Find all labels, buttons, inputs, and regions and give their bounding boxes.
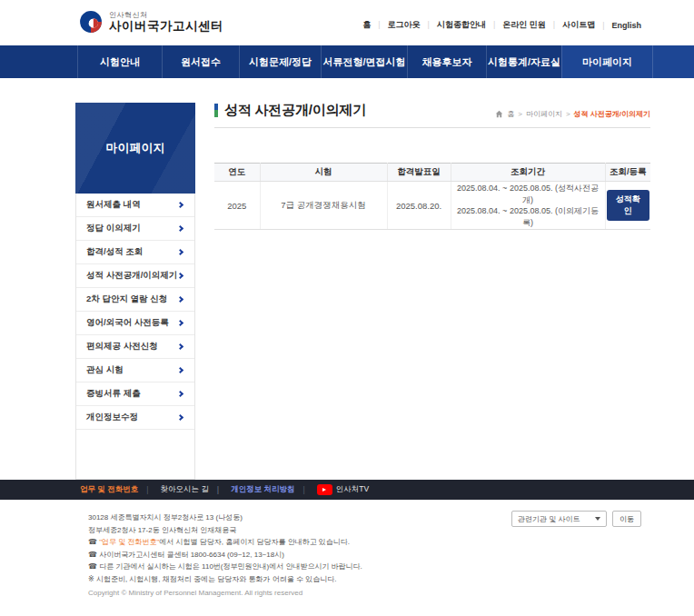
- footbar-link-insacheo-tv[interactable]: 인사처TV: [295, 484, 370, 495]
- top-header: 인사혁신처 사이버국가고시센터 홈 로그아웃 시험종합안내 온라인 민원 사이트…: [0, 0, 694, 45]
- utility-sitemap[interactable]: 사이트맵: [546, 19, 595, 31]
- col-year: 연도: [214, 164, 260, 182]
- sidebar-item-label: 원서제출 내역: [86, 199, 141, 211]
- sidebar-item-label: 편의제공 사전신청: [86, 341, 158, 353]
- ministry-name: 인사혁신처: [109, 11, 223, 19]
- utility-logout[interactable]: 로그아웃: [371, 19, 420, 31]
- chevron-right-icon: [177, 225, 183, 232]
- sidebar-item-document-submission[interactable]: 증빙서류 제출: [76, 383, 194, 406]
- nav-application[interactable]: 원서접수: [162, 45, 239, 78]
- content-body: 마이페이지 원서제출 내역 정답 이의제기 합격/성적 조회 성적 사전공개/이…: [0, 78, 694, 480]
- site-name: 사이버국가고시센터: [109, 19, 223, 34]
- sidebar-menu: 원서제출 내역 정답 이의제기 합격/성적 조회 성적 사전공개/이의제기 2차…: [75, 194, 195, 480]
- chevron-right-icon: [177, 249, 183, 255]
- cell-announce-date: 2025.08.20.: [387, 182, 451, 230]
- sidebar-item-answer-sheet-view[interactable]: 2차 답안지 열람 신청: [76, 288, 194, 312]
- main-content: 성적 사전공개/이의제기 홈 마이페이지 성적 사전공개/이의제기: [214, 102, 650, 230]
- footbar-link-privacy-policy[interactable]: 개인정보 처리방침: [209, 484, 295, 495]
- home-icon[interactable]: [495, 110, 503, 118]
- chevron-right-icon: [177, 273, 183, 279]
- chevron-right-icon: [177, 343, 183, 350]
- cell-year: 2025: [214, 182, 260, 230]
- youtube-icon: [317, 484, 332, 495]
- period-line-1: 2025.08.04. ~ 2025.08.05. (성적사전공개): [452, 183, 604, 205]
- global-nav: 시험안내 원서접수 시험문제/정답 서류전형/면접시험 채용후보자 시험통계/자…: [0, 45, 694, 78]
- footer-right-tools: 관련기관 및 사이트 이동: [511, 511, 641, 527]
- cell-exam: 7급 공개경쟁채용시험: [260, 182, 387, 230]
- sidebar-item-score-predisclosure[interactable]: 성적 사전공개/이의제기: [76, 264, 194, 288]
- col-exam: 시험: [260, 164, 387, 182]
- utility-menu: 홈 로그아웃 시험종합안내 온라인 민원 사이트맵 English: [362, 19, 641, 31]
- footbar-link-phone-directory[interactable]: 업무 및 전화번호: [80, 484, 138, 495]
- sidebar-item-language-preregistration[interactable]: 영어/외국어 사전등록: [76, 312, 194, 335]
- col-inquiry-period: 조회기간: [451, 164, 605, 182]
- score-check-button[interactable]: 성적확인: [607, 190, 650, 221]
- footbar-tv-label: 인사처TV: [336, 484, 369, 495]
- sidebar-item-label: 합격/성적 조회: [86, 246, 143, 258]
- sidebar-item-label: 관심 시험: [86, 364, 124, 376]
- site-logo[interactable]: 인사혁신처 사이버국가고시센터: [78, 9, 223, 35]
- chevron-right-icon: [177, 367, 183, 373]
- table-header-row: 연도 시험 합격발표일 조회기간 조회/등록: [214, 164, 650, 182]
- chevron-right-icon: [177, 202, 183, 208]
- footer-other-org: ☎ 다른 기관에서 실시하는 시험은 110번(정부민원안내)에서 안내받으시기…: [88, 561, 694, 573]
- page: 인사혁신처 사이버국가고시센터 홈 로그아웃 시험종합안내 온라인 민원 사이트…: [0, 0, 694, 616]
- chevron-right-icon: [177, 296, 183, 303]
- breadcrumb: 홈 마이페이지 성적 사전공개/이의제기: [495, 109, 650, 119]
- sidebar-item-application-history[interactable]: 원서제출 내역: [76, 194, 194, 217]
- sidebar: 마이페이지 원서제출 내역 정답 이의제기 합격/성적 조회 성적 사전공개/이…: [75, 103, 195, 480]
- page-footer: 30128 세종특별자치시 정부2청사로 13 (나성동) 정부세종2청사 17…: [0, 500, 694, 616]
- sidebar-item-accommodation-request[interactable]: 편의제공 사전신청: [76, 335, 194, 359]
- footbar-link-directions[interactable]: 찾아오시는 길: [138, 484, 209, 495]
- nav-left-pad: [0, 45, 77, 78]
- period-line-2: 2025.08.04. ~ 2025.08.05. (이의제기등록): [452, 205, 604, 228]
- related-sites-select-value: 관련기관 및 사이트: [518, 514, 580, 524]
- sidebar-item-label: 성적 사전공개/이의제기: [86, 270, 177, 282]
- footer-phone-note: ☎ "업무 및 전화번호"에서 시험별 담당자, 홈페이지 담당자를 안내하고 …: [88, 536, 694, 549]
- sidebar-item-pass-score-inquiry[interactable]: 합격/성적 조회: [76, 241, 194, 264]
- nav-statistics-archive[interactable]: 시험통계/자료실: [486, 45, 561, 78]
- score-table: 연도 시험 합격발표일 조회기간 조회/등록 2025 7급 공개경쟁채용시험 …: [214, 163, 650, 230]
- breadcrumb-home[interactable]: 홈: [507, 109, 514, 119]
- sidebar-item-interested-exams[interactable]: 관심 시험: [76, 359, 194, 383]
- sidebar-item-label: 정답 이의제기: [86, 223, 141, 234]
- footer-phone-note-rest: 에서 시험별 담당자, 홈페이지 담당자를 안내하고 있습니다.: [159, 538, 350, 546]
- cell-action: 성적확인: [605, 182, 650, 230]
- nav-document-interview[interactable]: 서류전형/면접시험: [321, 45, 407, 78]
- chevron-right-icon: [177, 414, 183, 421]
- utility-home[interactable]: 홈: [362, 19, 371, 31]
- footer-phone-note-highlight: "업무 및 전화번호": [99, 538, 159, 546]
- footer-copyright: Copyright © Ministry of Personnel Manage…: [88, 589, 694, 597]
- nav-mypage[interactable]: 마이페이지: [561, 45, 652, 78]
- col-action: 조회/등록: [605, 164, 650, 182]
- nav-candidates[interactable]: 채용후보자: [407, 45, 486, 78]
- taegeuk-icon: [78, 9, 104, 35]
- col-announce-date: 합격발표일: [387, 164, 451, 182]
- chevron-right-icon: [177, 320, 183, 326]
- utility-online-civil[interactable]: 온라인 민원: [486, 19, 546, 31]
- breadcrumb-mypage[interactable]: 마이페이지: [518, 109, 562, 119]
- sidebar-item-label: 개인정보수정: [86, 412, 138, 423]
- nav-right-fill: [652, 45, 694, 78]
- sidebar-item-personal-info-edit[interactable]: 개인정보수정: [76, 406, 194, 430]
- breadcrumb-current: 성적 사전공개/이의제기: [566, 109, 650, 119]
- related-sites-select[interactable]: 관련기관 및 사이트: [511, 511, 607, 527]
- chevron-right-icon: [177, 391, 183, 397]
- sidebar-item-label: 2차 답안지 열람 신청: [86, 293, 167, 305]
- sidebar-item-label: 증빙서류 제출: [86, 388, 141, 400]
- utility-english[interactable]: English: [595, 21, 641, 30]
- table-row: 2025 7급 공개경쟁채용시험 2025.08.20. 2025.08.04.…: [214, 182, 650, 230]
- nav-exam-guide[interactable]: 시험안내: [77, 45, 162, 78]
- page-title-text: 성적 사전공개/이의제기: [224, 102, 366, 119]
- cell-inquiry-period: 2025.08.04. ~ 2025.08.05. (성적사전공개) 2025.…: [451, 182, 605, 230]
- logo-text: 인사혁신처 사이버국가고시센터: [109, 11, 223, 34]
- utility-exam-info[interactable]: 시험종합안내: [421, 19, 486, 31]
- sidebar-title: 마이페이지: [75, 103, 195, 194]
- title-row: 성적 사전공개/이의제기 홈 마이페이지 성적 사전공개/이의제기: [214, 102, 650, 128]
- chevron-down-icon: [595, 517, 600, 521]
- sidebar-item-answer-objection[interactable]: 정답 이의제기: [76, 217, 194, 241]
- footer-link-bar: 업무 및 전화번호 찾아오시는 길 개인정보 처리방침 인사처TV: [0, 480, 694, 500]
- sidebar-item-label: 영어/외국어 사전등록: [86, 317, 169, 329]
- go-button[interactable]: 이동: [612, 511, 641, 527]
- nav-questions-answers[interactable]: 시험문제/정답: [239, 45, 321, 78]
